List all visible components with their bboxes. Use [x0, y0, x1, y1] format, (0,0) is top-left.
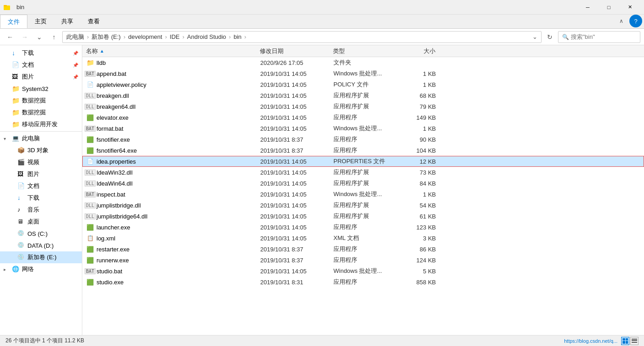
- sidebar-item-mobiledev[interactable]: 📁 移动应用开发: [0, 118, 82, 130]
- table-row[interactable]: DLLIdeaWin64.dll2019/10/31 14:05应用程序扩展84…: [82, 178, 644, 189]
- sidebar-item-videos[interactable]: 🎬 视频: [0, 156, 82, 168]
- table-row[interactable]: 🟩studio.exe2019/10/31 8:31应用程序858 KB: [82, 277, 644, 287]
- tab-view[interactable]: 查看: [80, 15, 107, 28]
- sidebar-item-datad[interactable]: 💿 DATA (D:): [0, 240, 82, 251]
- forward-button[interactable]: →: [18, 31, 31, 43]
- downloads2-icon: ↓: [17, 194, 25, 202]
- file-icon: 📁: [86, 59, 94, 66]
- sidebar-item-documents[interactable]: 📄 文档 📌: [0, 59, 82, 71]
- file-name-cell: DLLIdeaWin64.dll: [83, 180, 257, 187]
- table-row[interactable]: 🟩fsnotifier.exe2019/10/31 8:37应用程序90 KB: [82, 134, 644, 145]
- file-type-cell: 应用程序: [330, 245, 403, 253]
- file-type-cell: 应用程序扩展: [330, 212, 403, 220]
- item-count: 26 个项目: [5, 337, 30, 345]
- table-row[interactable]: 🟩runnerw.exe2019/10/31 8:37应用程序124 KB: [82, 255, 644, 266]
- view-toggle[interactable]: [621, 337, 639, 345]
- sidebar-item-neue[interactable]: 💿 新加卷 (E:): [0, 251, 82, 263]
- maximize-button[interactable]: □: [598, 0, 619, 15]
- close-button[interactable]: ✕: [619, 0, 640, 15]
- table-row[interactable]: DLLjumplistbridge.dll2019/10/31 14:05应用程…: [82, 200, 644, 211]
- table-row[interactable]: DLLbreakgen.dll2019/10/31 14:05应用程序扩展68 …: [82, 90, 644, 101]
- sidebar-item-datamining1[interactable]: 📁 数据挖掘: [0, 95, 82, 106]
- up-button[interactable]: ↑: [48, 31, 60, 43]
- folder-icon: 📁: [12, 85, 19, 92]
- list-view-icon[interactable]: [630, 337, 639, 345]
- file-size-cell: 1 KB: [403, 125, 440, 132]
- table-row[interactable]: 🟩restarter.exe2019/10/31 8:37应用程序86 KB: [82, 244, 644, 255]
- datad-icon: 💿: [17, 242, 25, 249]
- address-sep-2: ›: [123, 33, 125, 40]
- file-list: 📁lldb2020/9/26 17:05文件夹BATappend.bat2019…: [82, 57, 644, 335]
- sidebar-item-datamining2[interactable]: 📁 数据挖掘: [0, 106, 82, 118]
- tab-home[interactable]: 主页: [27, 15, 54, 28]
- file-type-cell: Windows 批处理...: [330, 190, 403, 198]
- folder-icon: 📁: [12, 109, 19, 116]
- address-as: Android Studio: [187, 33, 226, 40]
- refresh-button[interactable]: ↻: [543, 31, 556, 43]
- grid-view-icon[interactable]: [621, 337, 629, 345]
- file-name-cell: 🟩elevator.exe: [83, 114, 257, 121]
- sidebar-item-documents2[interactable]: 📄 文档: [0, 180, 82, 192]
- documents-icon: 📄: [12, 61, 19, 69]
- sidebar-item-music[interactable]: ♪ 音乐: [0, 204, 82, 216]
- file-type-cell: 应用程序: [330, 146, 403, 154]
- table-row[interactable]: 📁lldb2020/9/26 17:05文件夹: [82, 57, 644, 68]
- file-icon: BAT: [86, 191, 94, 198]
- table-row[interactable]: 📄appletviewer.policy2019/10/31 14:05POLI…: [82, 79, 644, 90]
- window-controls: ─ □ ✕: [577, 0, 640, 15]
- address-dropdown-arrow[interactable]: ⌄: [532, 33, 537, 40]
- file-date-cell: 2019/10/31 14:05: [257, 169, 330, 176]
- address-drive: 新加卷 (E:): [91, 33, 121, 41]
- file-size-cell: 68 KB: [403, 92, 440, 99]
- table-row[interactable]: 🟩elevator.exe2019/10/31 14:05应用程序149 KB: [82, 112, 644, 123]
- file-icon: 📋: [86, 234, 94, 242]
- minimize-button[interactable]: ─: [577, 0, 598, 15]
- sidebar-item-3dobjects[interactable]: 📦 3D 对象: [0, 144, 82, 156]
- sidebar-item-downloads2[interactable]: ↓ 下载: [0, 192, 82, 204]
- sidebar-item-network[interactable]: ▸ 🌐 网络: [0, 263, 82, 275]
- sidebar-item-osc[interactable]: 💿 OS (C:): [0, 228, 82, 240]
- sidebar-item-system32[interactable]: 📁 System32: [0, 83, 82, 95]
- sidebar-item-pictures[interactable]: 🖼 图片 📌: [0, 71, 82, 83]
- table-row[interactable]: BATstudio.bat2019/10/31 14:05Windows 批处理…: [82, 266, 644, 277]
- sidebar-item-downloads[interactable]: ↓ 下载 📌: [0, 47, 82, 59]
- address-bar[interactable]: 此电脑 › 新加卷 (E:) › development › IDE › And…: [62, 31, 542, 43]
- file-date-cell: 2019/10/31 8:37: [257, 257, 330, 264]
- table-row[interactable]: DLLIdeaWin32.dll2019/10/31 14:05应用程序扩展73…: [82, 167, 644, 178]
- table-row[interactable]: 📄idea.properties2019/10/31 14:05PROPERTI…: [82, 156, 644, 167]
- file-name-cell: BATstudio.bat: [83, 267, 257, 275]
- tab-share[interactable]: 共享: [54, 15, 80, 28]
- table-row[interactable]: DLLbreakgen64.dll2019/10/31 14:05应用程序扩展7…: [82, 101, 644, 112]
- ribbon-tabs: 文件 主页 共享 查看 ∧ ?: [0, 15, 644, 28]
- search-input[interactable]: [571, 33, 636, 40]
- svg-rect-1: [4, 5, 7, 6]
- sidebar-item-desktop[interactable]: 🖥 桌面: [0, 216, 82, 228]
- file-type-cell: 应用程序扩展: [330, 91, 403, 100]
- table-row[interactable]: 🟩fsnotifier64.exe2019/10/31 8:37应用程序104 …: [82, 145, 644, 156]
- file-date-cell: 2019/10/31 14:05: [257, 202, 330, 209]
- back-button[interactable]: ←: [4, 31, 16, 43]
- status-bar: 26 个项目 选中 1 个项目 11.2 KB https://blog.csd…: [0, 335, 644, 346]
- col-date[interactable]: 修改日期: [256, 47, 329, 55]
- table-row[interactable]: BATformat.bat2019/10/31 14:05Windows 批处理…: [82, 123, 644, 134]
- search-box[interactable]: 🔍: [558, 31, 640, 43]
- table-row[interactable]: 📋log.xml2019/10/31 14:05XML 文档3 KB: [82, 233, 644, 244]
- sidebar-item-pictures2[interactable]: 🖼 图片: [0, 168, 82, 180]
- table-row[interactable]: BATinspect.bat2019/10/31 14:05Windows 批处…: [82, 189, 644, 200]
- col-type[interactable]: 类型: [329, 47, 402, 55]
- file-size-cell: 61 KB: [403, 213, 440, 220]
- col-size[interactable]: 大小: [402, 47, 439, 55]
- sidebar-item-thispc[interactable]: ▾ 💻 此电脑: [0, 133, 82, 144]
- dropdown-history-button[interactable]: ⌄: [33, 31, 46, 43]
- table-row[interactable]: DLLjumplistbridge64.dll2019/10/31 14:05应…: [82, 211, 644, 222]
- file-date-cell: 2019/10/31 14:05: [257, 125, 330, 132]
- help-button[interactable]: ?: [629, 15, 642, 27]
- ribbon-collapse-button[interactable]: ∧: [615, 15, 628, 27]
- table-row[interactable]: BATappend.bat2019/10/31 14:05Windows 批处理…: [82, 68, 644, 79]
- file-size-cell: 84 KB: [403, 180, 440, 187]
- tab-file[interactable]: 文件: [0, 15, 27, 28]
- col-name[interactable]: 名称 ▲: [82, 47, 256, 55]
- file-name-cell: DLLjumplistbridge.dll: [83, 202, 257, 209]
- table-row[interactable]: 🟩launcher.exe2019/10/31 14:05应用程序123 KB: [82, 222, 644, 233]
- file-name-cell: 📄idea.properties: [83, 158, 257, 165]
